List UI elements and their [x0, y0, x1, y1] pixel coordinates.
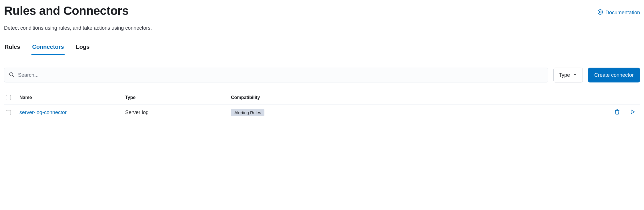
documentation-label: Documentation	[605, 10, 640, 16]
documentation-link[interactable]: Documentation	[597, 9, 640, 16]
connector-type: Server log	[125, 110, 231, 116]
column-header-compatibility[interactable]: Compatibility	[231, 95, 604, 100]
table-header: Name Type Compatibility	[4, 91, 640, 104]
select-all-checkbox[interactable]	[6, 95, 11, 100]
run-button[interactable]	[630, 109, 635, 116]
search-input[interactable]	[15, 72, 543, 78]
search-field[interactable]	[4, 68, 548, 82]
trash-icon	[614, 109, 620, 116]
search-icon	[9, 72, 15, 78]
row-checkbox[interactable]	[6, 110, 11, 115]
connectors-table: Name Type Compatibility server-log-conne…	[4, 91, 640, 121]
svg-line-3	[13, 75, 14, 77]
column-header-name[interactable]: Name	[19, 95, 125, 100]
svg-point-2	[10, 72, 13, 76]
connector-name-link[interactable]: server-log-connector	[19, 110, 67, 115]
type-filter-label: Type	[559, 72, 570, 78]
chevron-down-icon	[573, 72, 577, 78]
svg-point-1	[599, 11, 601, 13]
page-title: Rules and Connectors	[4, 4, 129, 18]
delete-button[interactable]	[614, 109, 620, 116]
play-icon	[630, 109, 635, 116]
help-icon	[597, 9, 603, 16]
tabs: Rules Connectors Logs	[4, 44, 640, 55]
tab-rules[interactable]: Rules	[4, 44, 21, 55]
table-row: server-log-connector Server log Alerting…	[4, 104, 640, 121]
page-subtitle: Detect conditions using rules, and take …	[4, 25, 640, 31]
svg-marker-4	[631, 110, 635, 114]
column-header-type[interactable]: Type	[125, 95, 231, 100]
tab-logs[interactable]: Logs	[75, 44, 90, 55]
create-connector-button[interactable]: Create connector	[588, 68, 640, 82]
compatibility-badge: Alerting Rules	[231, 109, 264, 116]
svg-point-0	[598, 10, 603, 15]
tab-connectors[interactable]: Connectors	[31, 44, 64, 55]
type-filter-button[interactable]: Type	[553, 68, 583, 82]
